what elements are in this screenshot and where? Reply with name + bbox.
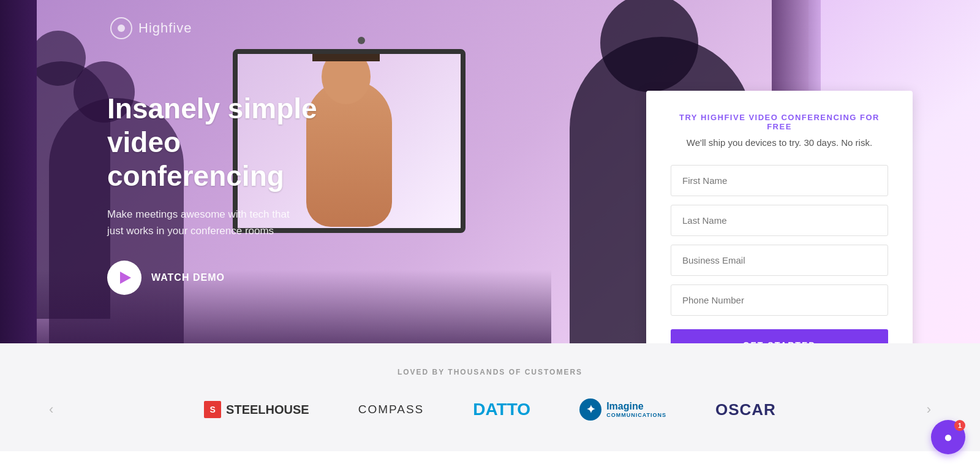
last-name-input[interactable] bbox=[671, 205, 888, 236]
hero-text-block: Insanely simple video conferencing Make … bbox=[107, 92, 340, 295]
phone-input[interactable] bbox=[671, 284, 888, 316]
datto-name: datto bbox=[473, 400, 530, 419]
customers-label: LOVED BY THOUSANDS OF CUSTOMERS bbox=[0, 368, 980, 376]
hero-headline: Insanely simple video conferencing bbox=[107, 92, 340, 194]
imagine-sub-name: COMMUNICATIONS bbox=[606, 412, 666, 418]
first-name-input[interactable] bbox=[671, 165, 888, 196]
imagine-text: Imagine COMMUNICATIONS bbox=[606, 401, 666, 418]
logos-row: ‹ S STEELHOUSE COMPASS datto ✦ Imagine C… bbox=[0, 398, 980, 421]
window-left bbox=[0, 0, 37, 343]
compass-name: COMPASS bbox=[358, 403, 424, 416]
oscar-logo: oscar bbox=[715, 400, 776, 419]
steelhouse-icon: S bbox=[204, 401, 221, 418]
tv-camera bbox=[358, 37, 365, 44]
hero-subtext: Make meetings awesome with tech that jus… bbox=[107, 206, 291, 239]
play-icon bbox=[120, 272, 131, 284]
datto-logo: datto bbox=[473, 400, 530, 419]
chat-badge: 1 bbox=[954, 420, 965, 431]
signup-form-panel: TRY HIGHFIVE VIDEO CONFERENCING FOR FREE… bbox=[646, 91, 913, 343]
customers-section: LOVED BY THOUSANDS OF CUSTOMERS ‹ S STEE… bbox=[0, 343, 980, 451]
oscar-name: oscar bbox=[715, 400, 776, 419]
imagine-icon: ✦ bbox=[579, 398, 601, 421]
logo-inner-dot bbox=[118, 25, 125, 32]
steelhouse-name: STEELHOUSE bbox=[226, 403, 309, 417]
logo[interactable]: Highfive bbox=[110, 17, 192, 39]
logos-prev-arrow[interactable]: ‹ bbox=[49, 402, 53, 418]
compass-logo: COMPASS bbox=[358, 403, 424, 416]
form-subtitle: We'll ship you devices to try. 30 days. … bbox=[671, 137, 888, 148]
get-started-button[interactable]: GET STARTED bbox=[671, 329, 888, 343]
logo-icon bbox=[110, 17, 132, 39]
watch-demo-label: WATCH DEMO bbox=[151, 272, 225, 283]
hero-section: Highfive Insanely simple video conferenc… bbox=[0, 0, 980, 343]
brand-name: Highfive bbox=[138, 20, 192, 36]
chat-icon: ● bbox=[944, 429, 953, 446]
play-button[interactable] bbox=[107, 261, 141, 295]
imagine-logo: ✦ Imagine COMMUNICATIONS bbox=[579, 398, 666, 421]
imagine-main-name: Imagine bbox=[606, 401, 666, 412]
chat-widget-button[interactable]: ● 1 bbox=[931, 420, 965, 451]
steelhouse-logo: S STEELHOUSE bbox=[204, 401, 309, 418]
watch-demo-button[interactable]: WATCH DEMO bbox=[107, 261, 340, 295]
email-input[interactable] bbox=[671, 245, 888, 276]
logos-next-arrow[interactable]: › bbox=[927, 402, 931, 418]
form-title: TRY HIGHFIVE VIDEO CONFERENCING FOR FREE bbox=[671, 113, 888, 131]
